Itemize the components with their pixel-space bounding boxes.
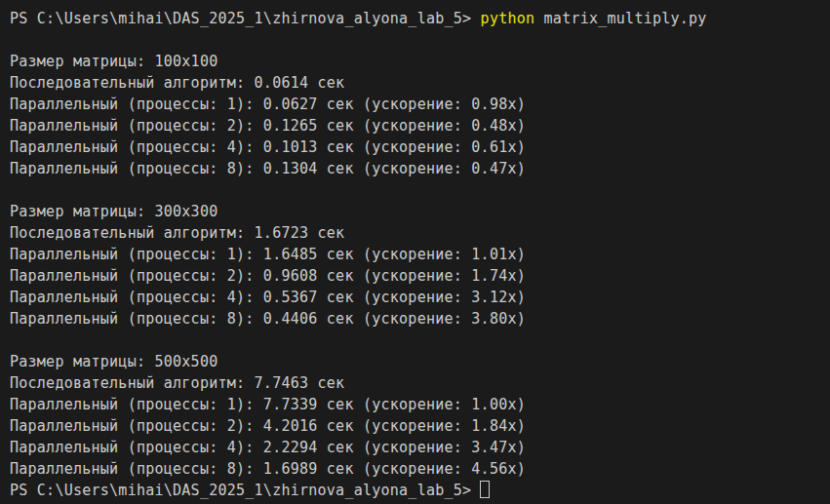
terminal-output-line: Параллельный (процессы: 2): 0.9608 сек (…	[10, 265, 830, 287]
space	[471, 10, 480, 27]
terminal-output-line: Параллельный (процессы: 8): 0.1304 сек (…	[10, 158, 830, 179]
final-prompt-line[interactable]: PS C:\Users\mihai\DAS_2025_1\zhirnova_al…	[10, 480, 830, 501]
blank-line	[10, 29, 830, 51]
terminal-output-line: Параллельный (процессы: 4): 0.1013 сек (…	[10, 136, 830, 158]
terminal-output-line: Параллельный (процессы: 4): 0.5367 сек (…	[10, 287, 830, 308]
terminal-output-line: Размер матрицы: 300x300	[10, 201, 830, 222]
terminal-output-line: Размер матрицы: 100x100	[10, 51, 830, 72]
command-line: PS C:\Users\mihai\DAS_2025_1\zhirnova_al…	[10, 8, 830, 29]
terminal-output-line: Параллельный (процессы: 2): 0.1265 сек (…	[10, 115, 830, 136]
prompt-text: PS C:\Users\mihai\DAS_2025_1\zhirnova_al…	[10, 10, 471, 27]
terminal-output-line: Параллельный (процессы: 4): 2.2294 сек (…	[10, 437, 830, 458]
terminal-output-line: Параллельный (процессы: 8): 0.4406 сек (…	[10, 308, 830, 330]
terminal-output-line: Размер матрицы: 500x500	[10, 351, 830, 372]
terminal-output-line: Последовательный алгоритм: 0.0614 сек	[10, 72, 830, 94]
result-block: Размер матрицы: 500x500Последовательный …	[10, 351, 830, 480]
space	[534, 10, 543, 27]
terminal-output-line: Параллельный (процессы: 1): 1.6485 сек (…	[10, 244, 830, 265]
terminal-output-line: Параллельный (процессы: 2): 4.2016 сек (…	[10, 415, 830, 437]
result-block: Размер матрицы: 300x300Последовательный …	[10, 201, 830, 330]
powershell-terminal[interactable]: PS C:\Users\mihai\DAS_2025_1\zhirnova_al…	[0, 0, 830, 504]
terminal-output-line: Последовательный алгоритм: 7.7463 сек	[10, 372, 830, 394]
terminal-cursor	[480, 481, 490, 498]
terminal-output-line: Параллельный (процессы: 8): 1.6989 сек (…	[10, 458, 830, 480]
terminal-output-line: Последовательный алгоритм: 1.6723 сек	[10, 222, 830, 244]
prompt-text: PS C:\Users\mihai\DAS_2025_1\zhirnova_al…	[10, 482, 471, 499]
command-argument: matrix_multiply.py	[544, 10, 707, 27]
terminal-output-line: Параллельный (процессы: 1): 7.7339 сек (…	[10, 394, 830, 415]
command-text: python	[481, 10, 535, 27]
result-block: Размер матрицы: 100x100Последовательный …	[10, 51, 830, 179]
output-blocks: Размер матрицы: 100x100Последовательный …	[10, 51, 830, 480]
terminal-output-line: Параллельный (процессы: 1): 0.0627 сек (…	[10, 94, 830, 115]
